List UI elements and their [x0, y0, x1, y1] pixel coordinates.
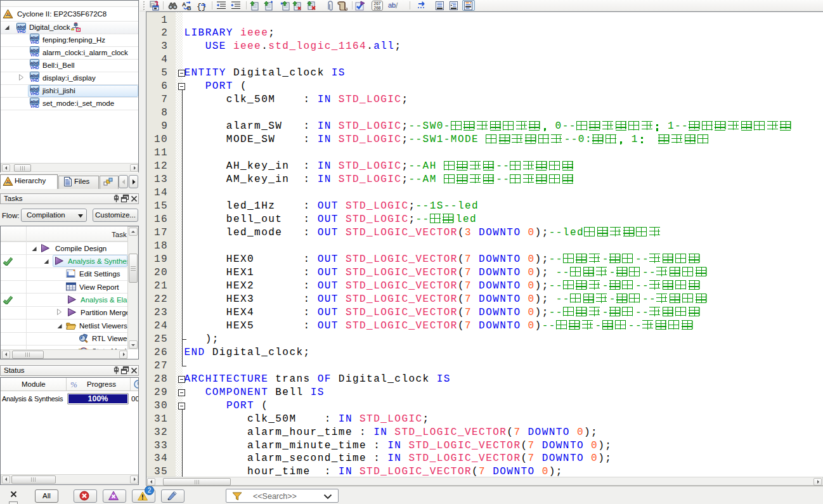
svg-text:abd: abd	[30, 100, 38, 104]
svg-text:VHD: VHD	[30, 40, 39, 44]
svg-text:VHD: VHD	[17, 29, 26, 33]
svg-text:abd: abd	[30, 36, 38, 40]
svg-text:B: B	[187, 5, 191, 11]
svg-text:VHD: VHD	[30, 104, 39, 108]
svg-text:VHD: VHD	[30, 53, 39, 56]
svg-text:abd: abd	[17, 25, 25, 29]
svg-text:{}: {}	[197, 2, 207, 11]
svg-text:VHD: VHD	[30, 91, 39, 95]
svg-text:abd: abd	[30, 48, 38, 53]
svg-text:abd: abd	[30, 61, 38, 65]
svg-text:267: 267	[373, 1, 380, 6]
svg-text:268: 268	[373, 6, 380, 10]
svg-text:VHD: VHD	[30, 78, 39, 82]
svg-text:/: /	[396, 1, 398, 10]
svg-text:abd: abd	[30, 74, 38, 78]
svg-text:ab: ab	[388, 1, 396, 9]
svg-text:A: A	[182, 1, 186, 8]
svg-text:abd: abd	[30, 87, 38, 91]
svg-text:VHD: VHD	[30, 65, 39, 69]
svg-text:2: 2	[148, 487, 152, 494]
